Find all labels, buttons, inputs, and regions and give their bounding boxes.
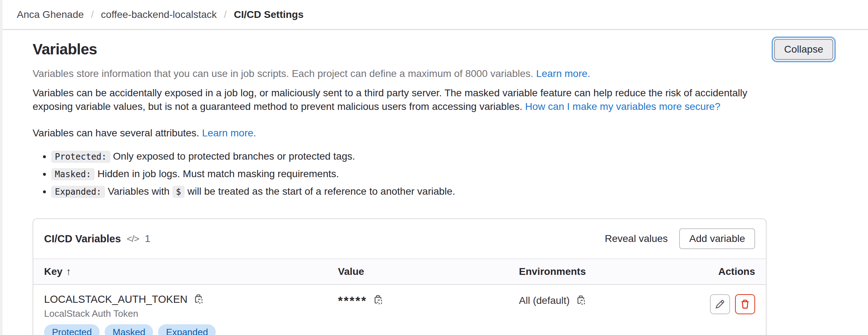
breadcrumb: Anca Ghenade / coffee-backend-localstack… — [17, 9, 304, 20]
actions-cell — [710, 293, 755, 335]
column-header-environments: Environments — [519, 266, 718, 277]
badge-expanded: Expanded — [158, 324, 216, 335]
dollar-code-chip: $ — [172, 186, 185, 198]
collapse-button[interactable]: Collapse — [774, 39, 833, 60]
window-edge-strip — [0, 0, 3, 335]
delete-variable-button[interactable] — [735, 294, 755, 314]
card-actions: Reveal values Add variable — [602, 228, 755, 249]
key-cell: LOCALSTACK_AUTH_TOKEN LocalStack Auth To… — [44, 293, 338, 335]
list-item-masked: Masked: Hidden in job logs. Must match m… — [51, 167, 833, 181]
attributes-list: Protected: Only exposed to protected bra… — [51, 149, 833, 199]
card-title: CI/CD Variables — [44, 233, 121, 245]
add-variable-button[interactable]: Add variable — [679, 228, 755, 249]
protected-code-chip: Protected: — [51, 151, 110, 163]
list-item-protected: Protected: Only exposed to protected bra… — [51, 149, 833, 164]
intro-text: Variables store information that you can… — [33, 68, 533, 79]
attributes-learn-more-link[interactable]: Learn more. — [202, 127, 256, 139]
warning-paragraph: Variables can be accidentally exposed in… — [33, 86, 767, 113]
breadcrumb-item-namespace[interactable]: Anca Ghenade — [17, 9, 84, 20]
column-header-value: Value — [338, 266, 519, 277]
key-header-label: Key — [44, 266, 62, 277]
masked-value: ***** — [338, 293, 367, 308]
table-row: LOCALSTACK_AUTH_TOKEN LocalStack Auth To… — [33, 285, 766, 335]
page-title: Variables — [33, 41, 97, 58]
badge-masked: Masked — [105, 324, 153, 335]
learn-more-link[interactable]: Learn more. — [536, 68, 590, 79]
copy-value-button[interactable] — [373, 295, 383, 306]
attributes-text: Variables can have several attributes. — [33, 127, 199, 139]
card-header: CI/CD Variables </> 1 Reveal values Add … — [33, 219, 766, 258]
breadcrumb-separator: / — [91, 9, 94, 20]
breadcrumb-separator: / — [224, 9, 227, 20]
column-header-actions: Actions — [718, 266, 755, 277]
sort-ascending-icon: ↑ — [66, 266, 71, 277]
copy-icon — [373, 295, 383, 306]
list-item-expanded: Expanded: Variables with $ will be treat… — [51, 184, 833, 199]
edit-variable-button[interactable] — [710, 294, 730, 314]
expanded-description-before: Variables with — [108, 186, 170, 197]
variable-count: 1 — [145, 233, 151, 244]
variable-key: LOCALSTACK_AUTH_TOKEN — [44, 293, 187, 305]
code-icon: </> — [127, 233, 139, 244]
column-header-key[interactable]: Key↑ — [44, 266, 338, 277]
protected-description: Only exposed to protected branches or pr… — [113, 151, 355, 162]
intro-paragraph: Variables store information that you can… — [33, 67, 767, 81]
copy-environment-button[interactable] — [576, 295, 586, 306]
copy-key-button[interactable] — [193, 294, 204, 305]
masked-description: Hidden in job logs. Must match masking r… — [97, 168, 339, 179]
table-header-row: Key↑ Value Environments Actions — [33, 258, 766, 285]
copy-icon — [576, 295, 586, 306]
cicd-variables-card: CI/CD Variables </> 1 Reveal values Add … — [33, 218, 767, 335]
trash-icon — [740, 299, 750, 310]
breadcrumb-item-current: CI/CD Settings — [234, 9, 304, 20]
expanded-code-chip: Expanded: — [51, 186, 105, 198]
secure-variables-link[interactable]: How can I make my variables more secure? — [525, 101, 720, 112]
variables-section-header: Variables Collapse — [33, 39, 833, 60]
pencil-icon — [715, 299, 725, 310]
breadcrumb-bar: Anca Ghenade / coffee-backend-localstack… — [3, 0, 868, 30]
settings-content: Variables Collapse Variables store infor… — [0, 39, 868, 335]
expanded-description-after: will be treated as the start of a refere… — [187, 186, 455, 197]
badge-protected: Protected — [44, 324, 100, 335]
environment-scope: All (default) — [519, 293, 570, 308]
badge-list: Protected Masked Expanded — [44, 324, 338, 335]
variable-description: LocalStack Auth Token — [44, 308, 338, 319]
environments-cell: All (default) — [519, 293, 710, 335]
breadcrumb-item-project[interactable]: coffee-backend-localstack — [101, 9, 217, 20]
attributes-paragraph: Variables can have several attributes. L… — [33, 126, 767, 140]
masked-code-chip: Masked: — [51, 168, 95, 180]
copy-icon — [193, 294, 204, 305]
card-title-wrap: CI/CD Variables </> 1 — [44, 233, 151, 245]
reveal-values-button[interactable]: Reveal values — [602, 228, 670, 249]
value-cell: ***** — [338, 293, 519, 335]
